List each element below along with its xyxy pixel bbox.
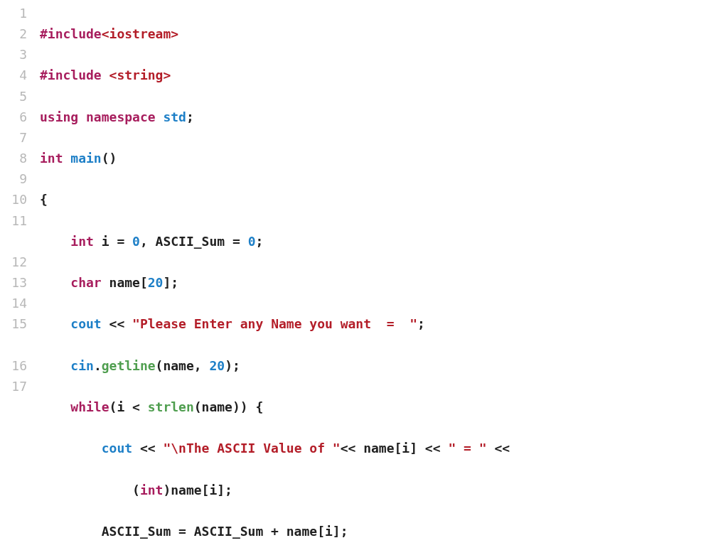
punct: );: [225, 358, 240, 373]
line-number: 1: [0, 3, 27, 23]
identifier: cin: [70, 358, 94, 373]
line-number: 14: [0, 293, 27, 313]
number: 0: [248, 234, 256, 249]
text: (name,: [156, 358, 210, 373]
number: 20: [209, 358, 225, 373]
text: << name[i] <<: [341, 441, 449, 456]
line-number: 6: [0, 107, 27, 127]
op: <<: [109, 316, 133, 331]
keyword: char: [70, 275, 109, 290]
text: )name[i];: [163, 483, 232, 497]
number: 20: [148, 275, 164, 290]
line-number: 15: [0, 313, 27, 334]
keyword: int: [140, 483, 164, 497]
punct: ;: [186, 109, 194, 124]
keyword: int: [40, 151, 70, 166]
text: ASCII_Sum = ASCII_Sum + name[i];: [40, 524, 348, 539]
line-number: 17: [0, 376, 27, 397]
indent: [40, 275, 70, 290]
line-number-gutter: 1 2 3 4 5 6 7 8 9 10 11 12 13 14 15 16 1…: [0, 3, 40, 560]
text: i =: [102, 234, 132, 249]
indent: [40, 234, 70, 249]
op: <<: [140, 441, 164, 456]
include-target: <string>: [109, 68, 171, 82]
string: "\nThe ASCII Value of ": [163, 441, 340, 456]
brace: {: [40, 192, 48, 207]
line-number: 11: [0, 210, 27, 231]
preprocessor: #include: [40, 68, 109, 82]
text: , ASCII_Sum =: [140, 234, 248, 249]
string: "Please Enter any Name you want = ": [132, 316, 417, 331]
line-number: [0, 231, 27, 252]
indent: (: [40, 483, 140, 497]
preprocessor: #include: [40, 26, 102, 41]
line-number: 4: [0, 65, 27, 85]
line-number: 12: [0, 252, 27, 272]
text: (i <: [109, 399, 148, 414]
punct: ];: [163, 275, 178, 290]
identifier: cout: [70, 316, 109, 331]
code-editor: 1 2 3 4 5 6 7 8 9 10 11 12 13 14 15 16 1…: [0, 0, 728, 560]
keyword: int: [70, 234, 101, 249]
number: 0: [132, 234, 140, 249]
line-number: 16: [0, 355, 27, 376]
line-number: 10: [0, 189, 27, 210]
keyword: namespace: [86, 109, 163, 124]
op: .: [94, 358, 102, 373]
line-number: [0, 335, 27, 355]
include-target: <iostream>: [102, 26, 178, 41]
indent: [40, 316, 70, 331]
identifier: std: [163, 109, 186, 124]
op: <<: [487, 441, 510, 456]
text: name[: [109, 275, 148, 290]
function-call: getline: [102, 358, 156, 373]
line-number: 3: [0, 44, 27, 65]
text: (name)) {: [194, 399, 264, 414]
indent: [40, 399, 70, 414]
line-number: 7: [0, 127, 27, 148]
punct: ;: [417, 316, 425, 331]
identifier: cout: [102, 441, 140, 456]
keyword: while: [70, 399, 109, 414]
line-number: 9: [0, 168, 27, 189]
indent: [40, 441, 102, 456]
line-number: 5: [0, 86, 27, 107]
line-number: 8: [0, 148, 27, 168]
indent: [40, 358, 70, 373]
punct: ;: [255, 234, 263, 249]
keyword: using: [40, 109, 86, 124]
line-number: 2: [0, 23, 27, 44]
function-call: strlen: [148, 399, 194, 414]
code-area[interactable]: #include<iostream> #include <string> usi…: [40, 3, 728, 560]
line-number: 13: [0, 272, 27, 293]
function-name: main: [70, 151, 101, 166]
string: " = ": [448, 441, 486, 456]
punct: (): [102, 151, 117, 166]
